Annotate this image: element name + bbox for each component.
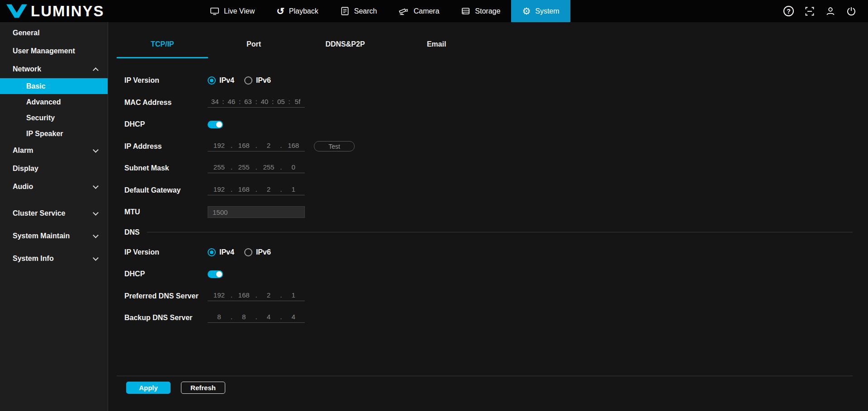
mac-segment[interactable]: 46 [224, 98, 239, 105]
tab-ddns-p2p[interactable]: DDNS&P2P [299, 32, 391, 58]
ip-octet[interactable]: 0 [282, 163, 305, 171]
test-button[interactable]: Test [314, 141, 355, 151]
ip-octet[interactable]: 168 [232, 142, 256, 149]
nav-label: Playback [289, 7, 318, 15]
field-label: MAC Address [124, 99, 208, 107]
ip-octet[interactable]: 4 [257, 313, 280, 321]
top-right-icons: ? [783, 6, 868, 16]
ipv4-radio[interactable]: IPv4 [208, 76, 234, 85]
sidebar-item-basic[interactable]: Basic [0, 78, 108, 94]
ip-octet[interactable]: 192 [208, 185, 231, 193]
ip-octet[interactable]: 4 [282, 313, 305, 321]
backup-dns-input[interactable]: 8 . 8 . 4 . 4 [208, 313, 305, 323]
nav-item-system[interactable]: System [511, 0, 570, 22]
ip-octet[interactable]: 1 [282, 185, 305, 193]
sidebar-item-general[interactable]: General [0, 24, 108, 42]
sidebar-item-network[interactable]: Network [0, 60, 108, 78]
form-row-backup-dns: Backup DNS Server 8 . 8 . 4 . 4 [117, 307, 853, 329]
nav-label: Search [354, 7, 377, 15]
ip-octet[interactable]: 2 [257, 291, 280, 299]
subnet-mask-input[interactable]: 255 . 255 . 255 . 0 [208, 163, 305, 173]
apply-button[interactable]: Apply [126, 382, 171, 394]
dns-ipv6-radio[interactable]: IPv6 [244, 248, 271, 256]
logo-mark-icon [6, 3, 27, 19]
ipv6-radio[interactable]: IPv6 [244, 76, 271, 85]
ip-octet[interactable]: 2 [257, 185, 280, 193]
mac-segment[interactable]: 40 [257, 98, 272, 105]
mtu-input[interactable] [208, 206, 305, 218]
dns-ipv4-radio[interactable]: IPv4 [208, 248, 234, 256]
sidebar-item-label: Basic [26, 82, 46, 90]
field-label: DHCP [124, 270, 208, 278]
user-icon[interactable] [825, 6, 835, 16]
dns-dhcp-toggle[interactable] [208, 270, 223, 278]
ip-octet[interactable]: 168 [282, 142, 305, 149]
ip-version-radio-group: IPv4 IPv6 [208, 76, 271, 85]
radio-unselected-icon [244, 76, 252, 85]
nav-label: Storage [475, 7, 500, 15]
top-bar: LUMINYS Live View Playback Search Camera [0, 0, 868, 22]
ip-octet[interactable]: 168 [232, 185, 256, 193]
sidebar-item-advanced[interactable]: Advanced [0, 94, 108, 110]
chevron-up-icon [93, 67, 99, 73]
playback-arrow-icon [276, 6, 285, 16]
nav-item-live-view[interactable]: Live View [199, 0, 266, 22]
camera-icon [398, 7, 409, 16]
ip-octet[interactable]: 1 [282, 291, 305, 299]
tab-tcpip[interactable]: TCP/IP [117, 32, 208, 58]
tab-email[interactable]: Email [391, 32, 482, 58]
nav-item-search[interactable]: Search [329, 0, 388, 22]
radio-label: IPv4 [219, 248, 234, 256]
sidebar-item-security[interactable]: Security [0, 110, 108, 126]
sidebar-item-label: System Info [13, 255, 54, 263]
form-row-dns-ip-version: IP Version IPv4 IPv6 [117, 241, 853, 264]
sidebar-item-system-maintain[interactable]: System Maintain [0, 225, 108, 247]
sidebar-item-display[interactable]: Display [0, 160, 108, 178]
section-title: DNS [124, 228, 140, 236]
ip-octet[interactable]: 192 [208, 291, 231, 299]
radio-selected-icon [208, 76, 216, 85]
ip-octet[interactable]: 255 [232, 163, 256, 171]
sidebar: General User Management Network Basic Ad… [0, 22, 108, 411]
tab-port[interactable]: Port [208, 32, 299, 58]
toggle-knob [216, 122, 222, 128]
dhcp-toggle[interactable] [208, 121, 223, 128]
ip-octet[interactable]: 2 [257, 142, 280, 149]
mac-segment[interactable]: 05 [274, 98, 288, 105]
sidebar-item-user-management[interactable]: User Management [0, 42, 108, 60]
refresh-button[interactable]: Refresh [181, 382, 225, 394]
mac-segment[interactable]: 5f [290, 98, 305, 105]
sidebar-item-alarm[interactable]: Alarm [0, 142, 108, 160]
gear-icon [522, 6, 531, 16]
default-gateway-input[interactable]: 192 . 168 . 2 . 1 [208, 185, 305, 195]
mac-address-input[interactable]: 34 : 46 : 63 : 40 : 05 : 5f [208, 98, 305, 108]
sidebar-item-system-info[interactable]: System Info [0, 247, 108, 270]
power-icon[interactable] [846, 6, 856, 16]
ip-address-input[interactable]: 192 . 168 . 2 . 168 [208, 142, 305, 151]
ip-octet[interactable]: 8 [208, 313, 231, 321]
mac-segment[interactable]: 34 [208, 98, 222, 105]
sidebar-item-ip-speaker[interactable]: IP Speaker [0, 126, 108, 142]
screen-capture-icon[interactable] [805, 6, 815, 16]
sidebar-item-label: Advanced [26, 98, 61, 106]
ip-octet[interactable]: 192 [208, 142, 231, 149]
nav-item-storage[interactable]: Storage [450, 0, 511, 22]
chevron-down-icon [93, 210, 99, 216]
ip-octet[interactable]: 168 [232, 291, 256, 299]
preferred-dns-input[interactable]: 192 . 168 . 2 . 1 [208, 291, 305, 301]
dns-ip-version-radio-group: IPv4 IPv6 [208, 248, 271, 256]
form-row-dhcp: DHCP [117, 113, 853, 136]
ip-octet[interactable]: 255 [208, 163, 231, 171]
nav-item-camera[interactable]: Camera [388, 0, 450, 22]
field-label: Default Gateway [124, 186, 208, 194]
nav-item-playback[interactable]: Playback [266, 0, 329, 22]
mac-segment[interactable]: 63 [241, 98, 255, 105]
sidebar-item-audio[interactable]: Audio [0, 178, 108, 196]
nav-label: System [535, 7, 559, 15]
help-icon[interactable]: ? [783, 6, 794, 16]
settings-tabs: TCP/IP Port DDNS&P2P Email [117, 32, 868, 58]
ip-octet[interactable]: 8 [232, 313, 256, 321]
storage-icon [461, 6, 470, 16]
ip-octet[interactable]: 255 [257, 163, 280, 171]
sidebar-item-cluster-service[interactable]: Cluster Service [0, 202, 108, 225]
